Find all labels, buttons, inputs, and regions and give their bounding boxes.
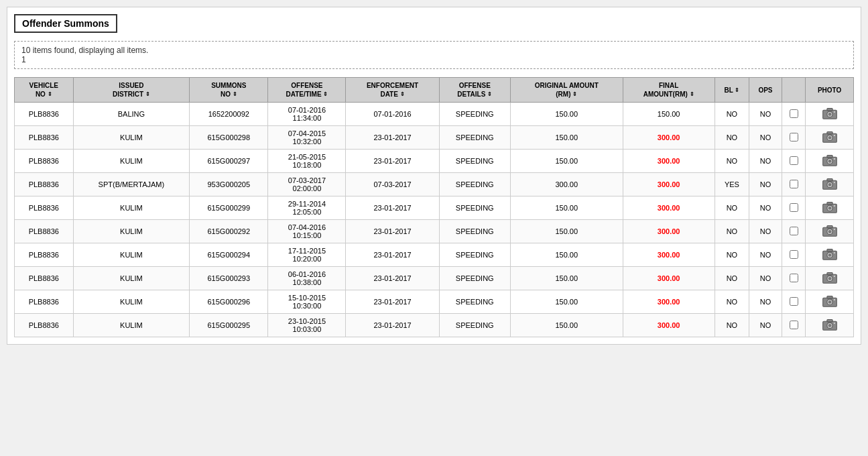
- cell-final-amount: 300.00: [623, 314, 715, 337]
- cell-checkbox[interactable]: [782, 173, 806, 196]
- col-vehicle-no[interactable]: VEHICLENO ⇕: [15, 78, 74, 103]
- camera-icon[interactable]: [822, 225, 837, 237]
- camera-icon[interactable]: [822, 272, 837, 284]
- table-row: PLB8836KULIM615G00029523-10-2015 10:03:0…: [15, 314, 854, 337]
- cell-enforcement-date: 23-01-2017: [346, 126, 439, 150]
- svg-point-19: [833, 182, 834, 183]
- cell-original-amount: 150.00: [510, 103, 623, 126]
- svg-point-34: [833, 252, 834, 253]
- cell-checkbox[interactable]: [782, 267, 806, 290]
- cell-photo[interactable]: [806, 103, 854, 126]
- camera-icon[interactable]: [822, 178, 837, 190]
- col-offense-details[interactable]: OFFENSEDETAILS ⇕: [439, 78, 510, 103]
- cell-issued-district: SPT(B/MERTAJAM): [73, 173, 190, 196]
- cell-checkbox[interactable]: [782, 126, 806, 150]
- cell-photo[interactable]: [806, 173, 854, 196]
- cell-enforcement-date: 23-01-2017: [346, 314, 439, 337]
- svg-rect-23: [827, 202, 832, 204]
- cell-offense-details: SPEEDING: [439, 243, 510, 267]
- cell-bl: NO: [715, 103, 749, 126]
- cell-checkbox[interactable]: [782, 220, 806, 243]
- camera-icon[interactable]: [822, 201, 837, 213]
- cell-checkbox[interactable]: [782, 150, 806, 173]
- camera-icon[interactable]: [822, 319, 837, 331]
- cell-checkbox[interactable]: [782, 243, 806, 267]
- svg-rect-28: [827, 225, 832, 227]
- svg-point-4: [833, 111, 834, 113]
- table-row: PLB8836KULIM615G00029306-01-2016 10:38:0…: [15, 267, 854, 290]
- table-row: PLB8836KULIM615G00029615-10-2015 10:30:0…: [15, 290, 854, 314]
- cell-photo[interactable]: [806, 267, 854, 290]
- cell-issued-district: KULIM: [73, 267, 190, 290]
- cell-vehicle-no: PLB8836: [15, 103, 74, 126]
- cell-offense-datetime: 15-10-2015 10:30:00: [268, 290, 346, 314]
- svg-point-29: [833, 229, 834, 230]
- col-summons-no[interactable]: SUMMONSNO ⇕: [190, 78, 268, 103]
- svg-point-12: [828, 160, 831, 163]
- svg-point-32: [828, 253, 831, 257]
- cell-enforcement-date: 23-01-2017: [346, 220, 439, 243]
- cell-summons-no: 615G000293: [190, 267, 268, 290]
- col-final-amount[interactable]: FINALAMOUNT(RM) ⇕: [623, 78, 715, 103]
- svg-rect-18: [827, 178, 832, 180]
- camera-icon[interactable]: [822, 107, 837, 119]
- cell-final-amount: 300.00: [623, 150, 715, 173]
- cell-checkbox[interactable]: [782, 103, 806, 126]
- cell-bl: NO: [715, 243, 749, 267]
- cell-photo[interactable]: [806, 243, 854, 267]
- cell-checkbox[interactable]: [782, 290, 806, 314]
- table-row: PLB8836KULIM615G00029721-05-2015 10:18:0…: [15, 150, 854, 173]
- cell-photo[interactable]: [806, 314, 854, 337]
- cell-original-amount: 150.00: [510, 267, 623, 290]
- cell-original-amount: 300.00: [510, 173, 623, 196]
- cell-vehicle-no: PLB8836: [15, 126, 74, 150]
- cell-enforcement-date: 23-01-2017: [346, 267, 439, 290]
- camera-icon[interactable]: [822, 295, 837, 307]
- cell-offense-details: SPEEDING: [439, 220, 510, 243]
- cell-enforcement-date: 23-01-2017: [346, 290, 439, 314]
- cell-issued-district: KULIM: [73, 150, 190, 173]
- cell-photo[interactable]: [806, 150, 854, 173]
- cell-summons-no: 615G000296: [190, 290, 268, 314]
- cell-final-amount: 300.00: [623, 267, 715, 290]
- col-check: [782, 78, 806, 103]
- svg-rect-43: [827, 296, 832, 298]
- camera-icon[interactable]: [822, 131, 837, 143]
- cell-checkbox[interactable]: [782, 196, 806, 220]
- cell-summons-no: 615G000294: [190, 243, 268, 267]
- cell-summons-no: 615G000298: [190, 126, 268, 150]
- svg-rect-3: [827, 108, 832, 110]
- cell-issued-district: KULIM: [73, 243, 190, 267]
- svg-point-2: [828, 113, 831, 116]
- col-enforcement-date[interactable]: ENFORCEMENTDATE ⇕: [346, 78, 439, 103]
- camera-icon[interactable]: [822, 248, 837, 260]
- cell-offense-datetime: 07-04-2016 10:15:00: [268, 220, 346, 243]
- cell-issued-district: KULIM: [73, 196, 190, 220]
- table-row: PLB8836KULIM615G00029807-04-2015 10:32:0…: [15, 126, 854, 150]
- cell-photo[interactable]: [806, 126, 854, 150]
- cell-offense-details: SPEEDING: [439, 103, 510, 126]
- svg-point-22: [828, 207, 831, 210]
- col-original-amount[interactable]: ORIGINAL AMOUNT(RM) ⇕: [510, 78, 623, 103]
- cell-vehicle-no: PLB8836: [15, 220, 74, 243]
- cell-ops: NO: [749, 314, 782, 337]
- svg-point-44: [833, 299, 834, 300]
- cell-checkbox[interactable]: [782, 314, 806, 337]
- cell-summons-no: 1652200092: [190, 103, 268, 126]
- cell-photo[interactable]: [806, 290, 854, 314]
- cell-original-amount: 150.00: [510, 314, 623, 337]
- col-photo: PHOTO: [806, 78, 854, 103]
- svg-point-27: [828, 230, 831, 233]
- col-bl[interactable]: BL ⇕: [715, 78, 749, 103]
- col-issued-district[interactable]: ISSUEDDISTRICT ⇕: [73, 78, 190, 103]
- cell-ops: NO: [749, 220, 782, 243]
- cell-photo[interactable]: [806, 220, 854, 243]
- cell-bl: YES: [715, 173, 749, 196]
- cell-offense-datetime: 23-10-2015 10:03:00: [268, 314, 346, 337]
- camera-icon[interactable]: [822, 154, 837, 166]
- col-offense-datetime[interactable]: OFFENSEDATE/TIME ⇕: [268, 78, 346, 103]
- table-row: PLB8836SPT(B/MERTAJAM)953G00020507-03-20…: [15, 173, 854, 196]
- cell-photo[interactable]: [806, 196, 854, 220]
- table-row: PLB8836KULIM615G00029929-11-2014 12:05:0…: [15, 196, 854, 220]
- cell-bl: NO: [715, 126, 749, 150]
